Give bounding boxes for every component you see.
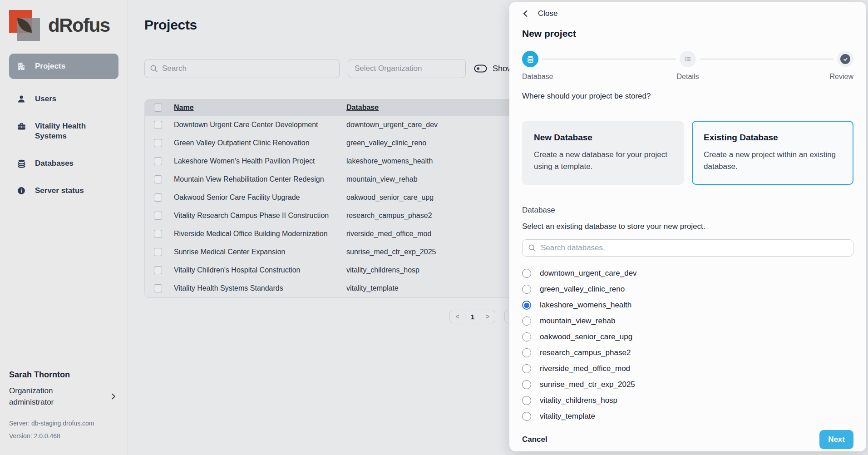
table-row[interactable]: Green Valley Outpatient Clinic Renovatio… [145,134,559,152]
database-option[interactable]: downtown_urgent_care_dev [522,266,853,282]
step-connector [700,59,833,59]
row-checkbox[interactable] [154,157,162,165]
current-page-button[interactable]: 1 [465,310,480,323]
project-database: green_valley_clinic_reno [346,139,426,147]
row-checkbox[interactable] [154,212,162,220]
database-option[interactable]: vitality_template [522,409,853,425]
project-name: Vitality Children's Hospital Constructio… [174,266,300,274]
drawer-footer: Cancel Next [522,425,853,449]
sidebar-item-projects[interactable]: Projects [9,54,118,79]
row-checkbox[interactable] [154,248,162,256]
database-option-label: vitality_childrens_hosp [540,396,617,405]
server-info: Server: db-staging.drofus.com [9,420,118,427]
organization-select[interactable] [348,59,466,78]
table-row[interactable]: Vitality Children's Hospital Constructio… [145,261,559,279]
projects-table: Name Database Downtown Urgent Care Cente… [144,99,560,298]
database-option[interactable]: sunrise_med_ctr_exp_2025 [522,377,853,393]
step-label-details: Details [632,73,743,81]
database-option[interactable]: oakwood_senior_care_upg [522,329,853,345]
next-button[interactable]: Next [819,430,853,449]
database-search-input[interactable] [522,239,853,257]
database-option-label: riverside_med_office_mod [540,364,630,373]
step-labels: Database Details Review [522,73,853,81]
radio-button[interactable] [522,412,531,421]
new-database-card[interactable]: New Database Create a new database for y… [522,121,684,185]
table-row[interactable]: Lakeshore Women's Health Pavilion Projec… [145,152,559,170]
sidebar-item-organization[interactable]: Vitality Health Systems [9,115,118,147]
table-row[interactable]: Riverside Medical Office Building Modern… [145,225,559,243]
prev-page-button[interactable]: < [450,310,465,323]
search-input[interactable] [144,59,340,78]
project-name: Downtown Urgent Care Center Development [174,121,318,129]
user-role-row[interactable]: Organization administrator [9,385,118,408]
radio-button[interactable] [522,269,531,278]
database-option[interactable]: mountain_view_rehab [522,313,853,329]
existing-database-card[interactable]: Existing Database Create a new project w… [692,121,853,185]
database-option[interactable]: lakeshore_womens_health [522,297,853,313]
database-option[interactable]: research_campus_phase2 [522,345,853,361]
row-checkbox[interactable] [154,193,162,202]
radio-button[interactable] [522,301,531,310]
row-checkbox[interactable] [154,121,162,129]
table-row[interactable]: Mountain View Rehabilitation Center Rede… [145,170,559,188]
sidebar-item-label: Projects [35,61,65,71]
new-project-drawer: Close New project Database Details Revie… [509,2,866,451]
table-header-row: Name Database [145,99,559,116]
close-button[interactable]: Close [522,9,557,18]
row-checkbox[interactable] [154,284,162,292]
project-database: lakeshore_womens_health [346,157,433,165]
next-page-button[interactable]: > [480,310,495,323]
drawer-title: New project [522,28,853,39]
info-icon [16,186,26,196]
row-checkbox[interactable] [154,230,162,238]
sidebar-nav: Projects Users Vitality Health Systems D… [9,54,118,207]
project-database: research_campus_phase2 [346,212,432,219]
radio-button[interactable] [522,364,531,373]
database-option[interactable]: vitality_childrens_hosp [522,393,853,409]
radio-button[interactable] [522,348,531,357]
database-option-label: mountain_view_rehab [540,317,615,326]
row-checkbox[interactable] [154,139,162,147]
chevron-left-icon [522,10,529,17]
briefcase-icon [16,121,26,131]
database-option[interactable]: riverside_med_office_mod [522,361,853,377]
sidebar-item-label: Databases [35,158,74,168]
table-row[interactable]: Vitality Health Systems Standards vitali… [145,279,559,297]
radio-button[interactable] [522,380,531,389]
chevron-right-icon[interactable] [108,391,118,401]
table-row[interactable]: Oakwood Senior Care Facility Upgrade oak… [145,188,559,207]
project-name: Mountain View Rehabilitation Center Rede… [174,175,324,183]
table-row[interactable]: Downtown Urgent Care Center Development … [145,116,559,134]
show-toggle[interactable]: Show [474,64,513,74]
column-header-database[interactable]: Database [346,104,379,111]
pagination-row: < 1 > [144,310,560,323]
cancel-button[interactable]: Cancel [522,431,553,448]
database-icon [16,158,26,168]
radio-button[interactable] [522,396,531,405]
filters-row: Show [144,59,560,78]
sidebar-item-label: Server status [35,186,84,196]
radio-button[interactable] [522,317,531,326]
step-review-icon [837,51,853,67]
step-database-icon [522,51,538,67]
sidebar-item-server-status[interactable]: Server status [9,180,118,202]
database-option-label: green_valley_clinic_reno [540,285,625,294]
storage-question: Where should your project be stored? [522,92,853,101]
database-option[interactable]: green_valley_clinic_reno [522,282,853,297]
select-all-checkbox[interactable] [154,104,162,112]
brand-name: dRofus [48,15,110,36]
sidebar-item-users[interactable]: Users [9,88,118,110]
table-row[interactable]: Sunrise Medical Center Expansion sunrise… [145,243,559,261]
radio-button[interactable] [522,285,531,294]
version-info: Version: 2.0.0.468 [9,432,118,440]
row-checkbox[interactable] [154,266,162,274]
table-row[interactable]: Vitality Research Campus Phase II Constr… [145,207,559,225]
row-checkbox[interactable] [154,175,162,183]
project-name: Vitality Health Systems Standards [174,284,283,292]
project-database: vitality_template [346,284,399,292]
radio-button[interactable] [522,332,531,341]
sidebar-item-databases[interactable]: Databases [9,153,118,174]
toggle-icon [474,64,487,73]
column-header-name[interactable]: Name [174,104,194,111]
sidebar-item-label: Users [35,94,56,104]
